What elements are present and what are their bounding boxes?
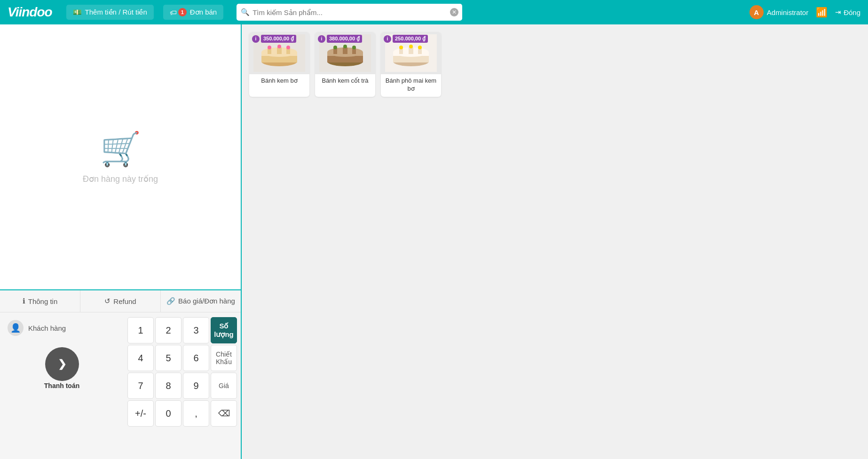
customer-column: 👤 Khách hàng ❯ Thanh toán — [0, 312, 124, 459]
svg-rect-6 — [277, 47, 282, 54]
key-0[interactable]: 0 — [155, 400, 181, 427]
key-2[interactable]: 2 — [155, 317, 181, 343]
numpad-grid: 1 2 3 Số lượng 4 5 6 Chiết Khấu 7 8 9 Gi… — [124, 312, 241, 459]
tab-bao-gia-label: Báo giá/Đơn hàng — [178, 297, 235, 305]
user-name: Administrator — [767, 8, 808, 16]
search-wrapper: 🔍 ✕ — [237, 4, 462, 21]
tab-thong-tin-label: Thông tin — [28, 297, 58, 305]
logout-button[interactable]: ⇥ Đóng — [835, 8, 860, 16]
svg-point-20 — [343, 45, 347, 48]
empty-order-text: Đơn hàng này trống — [83, 174, 158, 184]
wifi-icon: 📶 — [816, 7, 828, 18]
svg-point-30 — [399, 46, 403, 49]
key-4[interactable]: 4 — [127, 345, 154, 371]
money-icon: 💵 — [73, 8, 82, 16]
product-image-2: i 250.000,00 ₫ — [381, 32, 441, 74]
key-5[interactable]: 5 — [155, 345, 181, 371]
avatar: A — [750, 5, 764, 19]
product-image-0: i 350.000,00 ₫ — [249, 32, 309, 74]
product-card-2[interactable]: i 250.000,00 ₫ — [381, 32, 441, 97]
payment-label: Thanh toán — [44, 382, 79, 389]
svg-point-8 — [268, 46, 271, 49]
top-navigation: Viindoo 💵 Thêm tiền / Rút tiền 🏷 1 Đơn b… — [0, 0, 868, 24]
key-chiet-khau[interactable]: Chiết Khấu — [211, 345, 237, 371]
tab-bao-gia[interactable]: 🔗 Báo giá/Đơn hàng — [161, 290, 241, 312]
clear-search-button[interactable]: ✕ — [450, 8, 458, 16]
key-1[interactable]: 1 — [127, 317, 154, 343]
product-price-1: 380.000,00 ₫ — [327, 35, 362, 43]
action-tabs: ℹ Thông tin ↺ Refund 🔗 Báo giá/Đơn hàng — [0, 290, 241, 312]
customer-icon: 👤 — [8, 320, 24, 336]
cart-icon: 🛒 — [100, 130, 141, 168]
products-grid: i 350.000,00 ₫ — [249, 32, 860, 97]
tab-thong-tin[interactable]: ℹ Thông tin — [0, 290, 80, 312]
svg-rect-28 — [409, 47, 413, 54]
product-image-1: i 380.000,00 ₫ — [315, 32, 375, 74]
tab-refund[interactable]: ↺ Refund — [80, 290, 161, 312]
key-7[interactable]: 7 — [127, 373, 154, 399]
key-so-luong[interactable]: Số lượng — [211, 317, 237, 343]
key-plus-minus[interactable]: +/- — [127, 400, 154, 427]
orders-icon: 🏷 — [170, 8, 177, 16]
product-price-0: 350.000,00 ₫ — [261, 35, 296, 43]
logout-label: Đóng — [844, 8, 860, 16]
product-name-0: Bánh kem bơ — [249, 74, 309, 89]
main-layout: 🛒 Đơn hàng này trống ℹ Thông tin ↺ Refun… — [0, 24, 868, 459]
key-6[interactable]: 6 — [183, 345, 209, 371]
svg-rect-17 — [343, 47, 347, 54]
svg-point-9 — [277, 45, 281, 48]
key-gia[interactable]: Giá — [211, 373, 237, 399]
topnav-right: A Administrator 📶 ⇥ Đóng — [750, 5, 860, 19]
product-info-icon-1: i — [318, 35, 325, 43]
app-logo: Viindoo — [8, 5, 52, 20]
svg-point-32 — [418, 46, 422, 49]
left-panel: 🛒 Đơn hàng này trống ℹ Thông tin ↺ Refun… — [0, 24, 242, 459]
product-name-2: Bánh phô mai kem bơ — [381, 74, 441, 97]
arrow-right-icon: ❯ — [58, 358, 66, 370]
product-price-2: 250.000,00 ₫ — [393, 35, 428, 43]
key-comma[interactable]: , — [183, 400, 209, 427]
add-money-label: Thêm tiền / Rút tiền — [85, 8, 147, 16]
customer-row: 👤 Khách hàng — [6, 317, 118, 339]
orders-label: Đơn bán — [190, 8, 217, 16]
svg-point-10 — [286, 46, 290, 49]
add-money-button[interactable]: 💵 Thêm tiền / Rút tiền — [66, 5, 154, 20]
product-name-1: Bánh kem cốt trà — [315, 74, 375, 89]
numpad-area: 👤 Khách hàng ❯ Thanh toán 1 2 3 — [0, 312, 241, 459]
info-icon: ℹ — [23, 297, 25, 305]
product-info-icon-2: i — [384, 35, 391, 43]
svg-point-31 — [409, 45, 413, 48]
user-menu[interactable]: A Administrator — [750, 5, 808, 19]
product-info-icon-0: i — [252, 35, 260, 43]
bottom-panel: ℹ Thông tin ↺ Refund 🔗 Báo giá/Đơn hàng … — [0, 289, 241, 459]
link-icon: 🔗 — [166, 297, 175, 305]
svg-point-19 — [333, 46, 337, 49]
orders-badge: 1 — [178, 8, 187, 16]
key-9[interactable]: 9 — [183, 373, 209, 399]
tab-refund-label: Refund — [113, 297, 136, 305]
logout-icon: ⇥ — [835, 8, 841, 16]
orders-button[interactable]: 🏷 1 Đơn bán — [163, 5, 223, 20]
product-card-1[interactable]: i 380.000,00 ₫ — [315, 32, 375, 97]
right-panel: i 350.000,00 ₫ — [242, 24, 868, 459]
svg-point-21 — [352, 46, 356, 49]
order-area: 🛒 Đơn hàng này trống — [0, 24, 241, 289]
refund-icon: ↺ — [104, 297, 110, 305]
customer-label: Khách hàng — [28, 324, 66, 332]
key-3[interactable]: 3 — [183, 317, 209, 343]
key-backspace[interactable]: ⌫ — [211, 400, 237, 427]
key-8[interactable]: 8 — [155, 373, 181, 399]
payment-button[interactable]: ❯ — [45, 347, 79, 381]
search-input[interactable] — [237, 4, 462, 21]
product-card-0[interactable]: i 350.000,00 ₫ — [249, 32, 309, 97]
